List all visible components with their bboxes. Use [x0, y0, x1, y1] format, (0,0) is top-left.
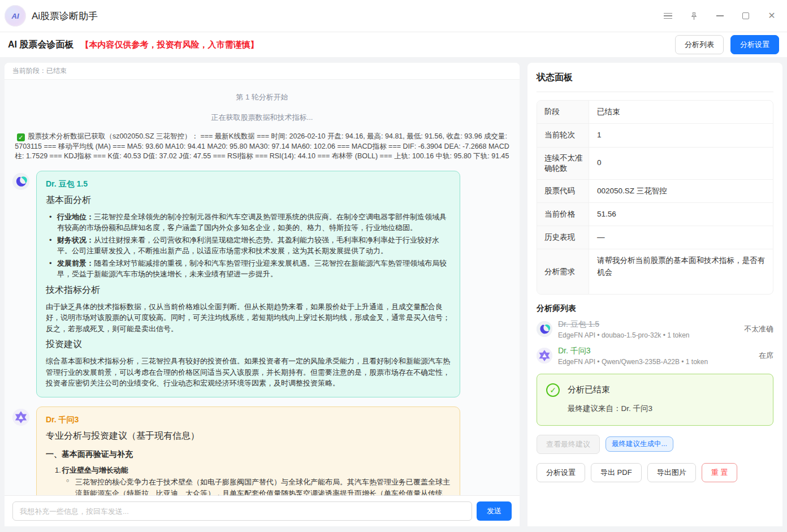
analyst-info: Dr. 千问3 EdgeFN API • Qwen/Qwen3-235B-A22… — [558, 346, 708, 366]
fetching-note: 正在获取股票数据和技术指标... — [12, 113, 512, 123]
row-value: 已结束 — [589, 101, 773, 123]
qwen-item-1-sub-1: 三花智控的核心竞争力在于技术壁垒（如电子膨胀阀国产替代）与全球化产能布局。其汽车… — [65, 477, 451, 495]
analyst-name: Dr. 豆包 1.5 — [558, 319, 690, 330]
status-table: 阶段 已结束 当前轮次 1 连续不太准确轮数 0 股票代码 002050.SZ … — [537, 100, 773, 295]
list-item: 财务状况：从过往财报来看，公司营收和净利润呈现稳定增长态势。其盈利能力较强，毛利… — [48, 235, 451, 257]
qwen-item-1: 1.行业壁垒与增长动能 — [55, 465, 451, 476]
qwen-avatar-icon — [537, 348, 552, 364]
row-label: 股票代码 — [537, 180, 589, 202]
qwen-avatar-icon — [12, 409, 29, 426]
row-label: 分析需求 — [537, 249, 589, 294]
row-label: 连续不太准确轮数 — [537, 148, 589, 179]
message-qwen: Dr. 千问3 专业分析与投资建议（基于现有信息） 一、基本面再验证与补充 1.… — [12, 406, 512, 496]
doubao-avatar-icon — [12, 173, 29, 190]
analyst-list-title: 分析师列表 — [537, 304, 773, 314]
titlebar: AI Ai股票诊断助手 ✕ — [0, 0, 787, 32]
check-icon: ✓ — [17, 133, 25, 141]
analyst-status: 在席 — [759, 351, 773, 361]
chat-panel: 当前阶段：已结束 第 1 轮分析开始 正在获取股票数据和技术指标... ✓股票技… — [5, 63, 520, 526]
maximize-icon[interactable] — [741, 11, 751, 21]
row-label: 历史表现 — [537, 226, 589, 249]
table-row: 股票代码 002050.SZ 三花智控 — [537, 180, 773, 203]
page-title: AI 股票会诊面板 — [8, 39, 73, 51]
table-row: 历史表现 — — [537, 226, 773, 249]
main-area: 当前阶段：已结束 第 1 轮分析开始 正在获取股票数据和技术指标... ✓股票技… — [0, 57, 787, 526]
doubao-heading-advice: 投资建议 — [46, 338, 451, 351]
bullet-label: 发展前景： — [57, 259, 94, 267]
panel-actions-row: 分析设置 导出 PDF 导出图片 重 置 — [537, 463, 773, 482]
success-check-icon: ✓ — [546, 383, 560, 397]
result-head: ✓ 分析已结束 — [546, 383, 764, 397]
pin-icon[interactable] — [689, 11, 699, 21]
table-row: 分析需求 请帮我分析当前股票的基本面和技术指标，是否有机会 — [537, 249, 773, 294]
row-value: 1 — [589, 124, 773, 146]
analysis-result-box: ✓ 分析已结束 最终建议来自：Dr. 千问3 — [537, 374, 773, 426]
result-actions-row: 查看最终建议 最终建议生成中... — [537, 435, 773, 454]
doubao-avatar-icon — [537, 321, 552, 337]
table-row: 连续不太准确轮数 0 — [537, 148, 773, 180]
export-image-button[interactable]: 导出图片 — [647, 463, 696, 482]
status-panel: 状态面板 阶段 已结束 当前轮次 1 连续不太准确轮数 0 股票代码 00205… — [527, 63, 782, 526]
analyst-meta: EdgeFN API • Qwen/Qwen3-235B-A22B • 1 to… — [558, 358, 708, 366]
row-value: 51.56 — [589, 203, 773, 226]
qwen-bubble: Dr. 千问3 专业分析与投资建议（基于现有信息） 一、基本面再验证与补充 1.… — [36, 406, 460, 496]
tech-data-message: ✓股票技术分析数据已获取（sz002050.SZ 三花智控）： === 最新K线… — [12, 132, 512, 162]
doubao-bubble: Dr. 豆包 1.5 基本面分析 行业地位：三花智控是全球领先的制冷控制元器件和… — [36, 171, 460, 397]
table-row: 当前轮次 1 — [537, 124, 773, 147]
header: AI 股票会诊面板 【本内容仅供参考，投资有风险，入市需谨慎】 分析列表 分析设… — [0, 32, 787, 57]
status-panel-title: 状态面板 — [537, 72, 773, 92]
doubao-heading-technical: 技术指标分析 — [46, 283, 451, 297]
result-title: 分析已结束 — [568, 384, 610, 395]
chat-input-bar: 发送 — [5, 495, 520, 526]
row-value: — — [589, 226, 773, 249]
export-pdf-button[interactable]: 导出 PDF — [591, 463, 642, 482]
bullet-text: 三花智控是全球领先的制冷控制元器件和汽车空调及热管理系统的供应商。在制冷空调电器… — [57, 213, 447, 232]
item-number: 1. — [55, 466, 61, 474]
view-final-advice-button[interactable]: 查看最终建议 — [537, 435, 600, 454]
doubao-technical-paragraph: 由于缺乏具体的技术指标数据，仅从当前价格难以全面判断。但从长期趋势来看，如果股价… — [46, 301, 451, 335]
row-value: 请帮我分析当前股票的基本面和技术指标，是否有机会 — [589, 249, 773, 294]
app-logo-text: AI — [12, 12, 19, 20]
row-value: 0 — [589, 148, 773, 179]
app-logo-icon: AI — [5, 5, 26, 27]
risk-disclaimer: 【本内容仅供参考，投资有风险，入市需谨慎】 — [80, 40, 258, 50]
app-title: Ai股票诊断助手 — [32, 10, 98, 23]
settings-button[interactable]: 分析设置 — [537, 463, 585, 482]
analyst-item-qwen: Dr. 千问3 EdgeFN API • Qwen/Qwen3-235B-A22… — [537, 346, 773, 366]
list-item: 发展前景：随着全球对节能减排的重视，制冷和汽车热管理行业迎来发展机遇。三花智控在… — [48, 258, 451, 280]
doubao-name: Dr. 豆包 1.5 — [46, 178, 451, 190]
reset-button[interactable]: 重 置 — [702, 463, 738, 482]
qwen-name: Dr. 千问3 — [46, 414, 451, 426]
analyst-info: Dr. 豆包 1.5 EdgeFN API • doubao-1.5-pro-3… — [558, 319, 690, 339]
message-doubao: Dr. 豆包 1.5 基本面分析 行业地位：三花智控是全球领先的制冷控制元器件和… — [12, 171, 512, 397]
bullet-label: 财务状况： — [57, 236, 94, 244]
chat-input[interactable] — [12, 501, 472, 521]
table-row: 阶段 已结束 — [537, 101, 773, 124]
round-start-note: 第 1 轮分析开始 — [12, 92, 512, 102]
phase-bar: 当前阶段：已结束 — [5, 63, 520, 80]
bullet-label: 行业地位： — [57, 213, 94, 221]
chat-messages[interactable]: 第 1 轮分析开始 正在获取股票数据和技术指标... ✓股票技术分析数据已获取（… — [5, 80, 520, 495]
qwen-section-1: 一、基本面再验证与补充 — [46, 448, 451, 460]
tech-data-text: 股票技术分析数据已获取（sz002050.SZ 三花智控）： === 最新K线数… — [15, 132, 509, 160]
table-row: 当前价格 51.56 — [537, 203, 773, 226]
send-button[interactable]: 发送 — [477, 501, 512, 521]
generating-status-tag: 最终建议生成中... — [606, 436, 673, 452]
list-item: 行业地位：三花智控是全球领先的制冷控制元器件和汽车空调及热管理系统的供应商。在制… — [48, 211, 451, 233]
doubao-heading-fundamental: 基本面分析 — [46, 193, 451, 207]
row-value: 002050.SZ 三花智控 — [589, 180, 773, 202]
menu-icon[interactable] — [663, 11, 673, 21]
doubao-advice-paragraph: 综合基本面和技术指标分析，三花智控具有较好的投资价值。如果投资者有一定的风险承受… — [46, 356, 451, 389]
analyst-status: 不太准确 — [744, 324, 773, 334]
row-label: 阶段 — [537, 101, 589, 123]
analysis-settings-button[interactable]: 分析设置 — [730, 35, 779, 54]
doubao-bullet-list: 行业地位：三花智控是全球领先的制冷控制元器件和汽车空调及热管理系统的供应商。在制… — [48, 211, 451, 280]
analysis-list-button[interactable]: 分析列表 — [675, 35, 724, 54]
window-controls: ✕ — [663, 11, 777, 21]
minimize-icon[interactable] — [715, 11, 725, 21]
result-subtitle: 最终建议来自：Dr. 千问3 — [568, 404, 764, 414]
close-icon[interactable]: ✕ — [767, 11, 777, 21]
row-label: 当前价格 — [537, 203, 589, 226]
analyst-name: Dr. 千问3 — [558, 346, 708, 356]
analyst-meta: EdgeFN API • doubao-1.5-pro-32k • 1 toke… — [558, 331, 690, 339]
